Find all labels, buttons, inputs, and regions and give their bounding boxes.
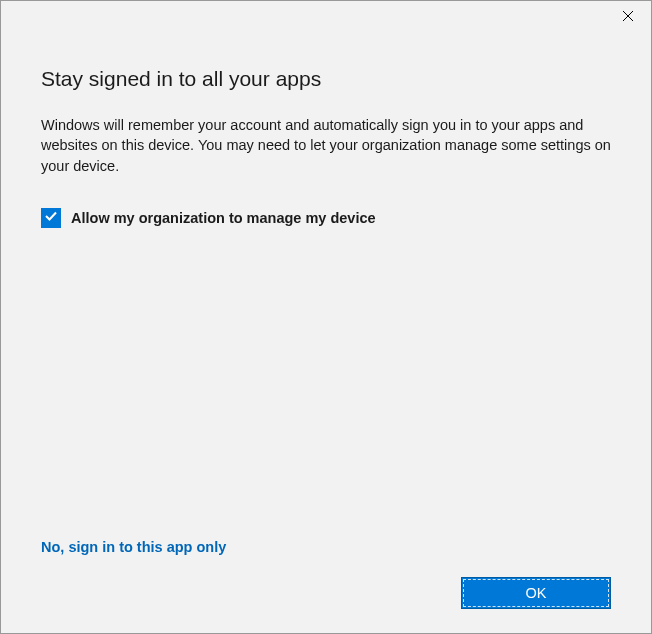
spacer <box>41 228 611 539</box>
manage-device-checkbox-row[interactable]: Allow my organization to manage my devic… <box>41 208 611 228</box>
button-row: OK <box>41 577 611 609</box>
dialog-content: Stay signed in to all your apps Windows … <box>1 31 651 633</box>
close-button[interactable] <box>605 1 651 31</box>
titlebar <box>1 1 651 31</box>
checkmark-icon <box>44 209 58 227</box>
manage-device-checkbox[interactable] <box>41 208 61 228</box>
manage-device-checkbox-label: Allow my organization to manage my devic… <box>71 210 376 226</box>
close-icon <box>623 9 633 24</box>
ok-button[interactable]: OK <box>461 577 611 609</box>
dialog-description: Windows will remember your account and a… <box>41 115 611 176</box>
sign-in-app-only-link[interactable]: No, sign in to this app only <box>41 539 611 555</box>
dialog-heading: Stay signed in to all your apps <box>41 67 611 91</box>
